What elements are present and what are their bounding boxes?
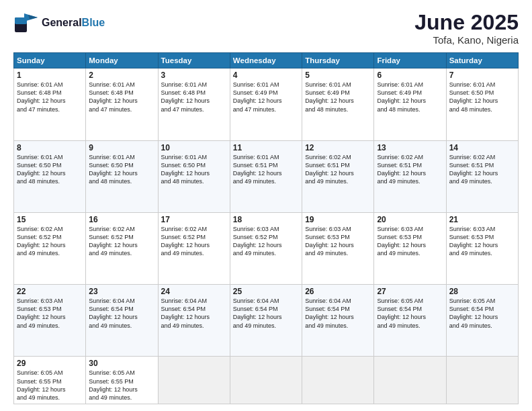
- table-row: 22 Sunrise: 6:03 AMSunset: 6:53 PMDaylig…: [14, 285, 86, 357]
- table-row: 27 Sunrise: 6:05 AMSunset: 6:54 PMDaylig…: [374, 285, 446, 357]
- logo: GeneralBlue: [13, 11, 105, 35]
- table-row: [302, 357, 374, 404]
- header-sunday: Sunday: [14, 53, 86, 68]
- calendar-table: Sunday Monday Tuesday Wednesday Thursday…: [13, 52, 519, 404]
- table-row: 25 Sunrise: 6:04 AMSunset: 6:54 PMDaylig…: [230, 285, 302, 357]
- table-row: 28 Sunrise: 6:05 AMSunset: 6:54 PMDaylig…: [446, 285, 518, 357]
- table-row: 6 Sunrise: 6:01 AMSunset: 6:49 PMDayligh…: [374, 68, 446, 140]
- header-saturday: Saturday: [446, 53, 518, 68]
- title-section: June 2025 Tofa, Kano, Nigeria: [414, 11, 519, 46]
- table-row: 14 Sunrise: 6:02 AMSunset: 6:51 PMDaylig…: [446, 140, 518, 212]
- header-wednesday: Wednesday: [230, 53, 302, 68]
- table-row: 15 Sunrise: 6:02 AMSunset: 6:52 PMDaylig…: [14, 212, 86, 284]
- table-row: 12 Sunrise: 6:02 AMSunset: 6:51 PMDaylig…: [302, 140, 374, 212]
- logo-general-text: General: [42, 17, 82, 28]
- table-row: 20 Sunrise: 6:03 AMSunset: 6:53 PMDaylig…: [374, 212, 446, 284]
- location-text: Tofa, Kano, Nigeria: [414, 34, 519, 46]
- table-row: 16 Sunrise: 6:02 AMSunset: 6:52 PMDaylig…: [86, 212, 158, 284]
- table-row: 5 Sunrise: 6:01 AMSunset: 6:49 PMDayligh…: [302, 68, 374, 140]
- table-row: 21 Sunrise: 6:03 AMSunset: 6:53 PMDaylig…: [446, 212, 518, 284]
- calendar-header-row: Sunday Monday Tuesday Wednesday Thursday…: [14, 53, 519, 68]
- table-row: 2 Sunrise: 6:01 AMSunset: 6:48 PMDayligh…: [86, 68, 158, 140]
- logo-icon: [13, 11, 39, 35]
- header-tuesday: Tuesday: [158, 53, 230, 68]
- table-row: 23 Sunrise: 6:04 AMSunset: 6:54 PMDaylig…: [86, 285, 158, 357]
- header-friday: Friday: [374, 53, 446, 68]
- page-header: GeneralBlue June 2025 Tofa, Kano, Nigeri…: [13, 11, 519, 46]
- table-row: 17 Sunrise: 6:02 AMSunset: 6:52 PMDaylig…: [158, 212, 230, 284]
- table-row: 13 Sunrise: 6:02 AMSunset: 6:51 PMDaylig…: [374, 140, 446, 212]
- table-row: 11 Sunrise: 6:01 AMSunset: 6:51 PMDaylig…: [230, 140, 302, 212]
- table-row: [230, 357, 302, 404]
- table-row: 10 Sunrise: 6:01 AMSunset: 6:50 PMDaylig…: [158, 140, 230, 212]
- table-row: 24 Sunrise: 6:04 AMSunset: 6:54 PMDaylig…: [158, 285, 230, 357]
- table-row: 1 Sunrise: 6:01 AMSunset: 6:48 PMDayligh…: [14, 68, 86, 140]
- table-row: 4 Sunrise: 6:01 AMSunset: 6:49 PMDayligh…: [230, 68, 302, 140]
- table-row: [374, 357, 446, 404]
- table-row: 8 Sunrise: 6:01 AMSunset: 6:50 PMDayligh…: [14, 140, 86, 212]
- table-row: 26 Sunrise: 6:04 AMSunset: 6:54 PMDaylig…: [302, 285, 374, 357]
- table-row: 18 Sunrise: 6:03 AMSunset: 6:52 PMDaylig…: [230, 212, 302, 284]
- header-thursday: Thursday: [302, 53, 374, 68]
- header-monday: Monday: [86, 53, 158, 68]
- table-row: 9 Sunrise: 6:01 AMSunset: 6:50 PMDayligh…: [86, 140, 158, 212]
- month-title: June 2025: [414, 11, 519, 34]
- table-row: 7 Sunrise: 6:01 AMSunset: 6:50 PMDayligh…: [446, 68, 518, 140]
- table-row: 30 Sunrise: 6:05 AMSunset: 6:55 PMDaylig…: [86, 357, 158, 404]
- table-row: [158, 357, 230, 404]
- logo-blue-text: Blue: [82, 17, 105, 28]
- table-row: 19 Sunrise: 6:03 AMSunset: 6:53 PMDaylig…: [302, 212, 374, 284]
- table-row: [446, 357, 518, 404]
- table-row: 3 Sunrise: 6:01 AMSunset: 6:48 PMDayligh…: [158, 68, 230, 140]
- table-row: 29 Sunrise: 6:05 AMSunset: 6:55 PMDaylig…: [14, 357, 86, 404]
